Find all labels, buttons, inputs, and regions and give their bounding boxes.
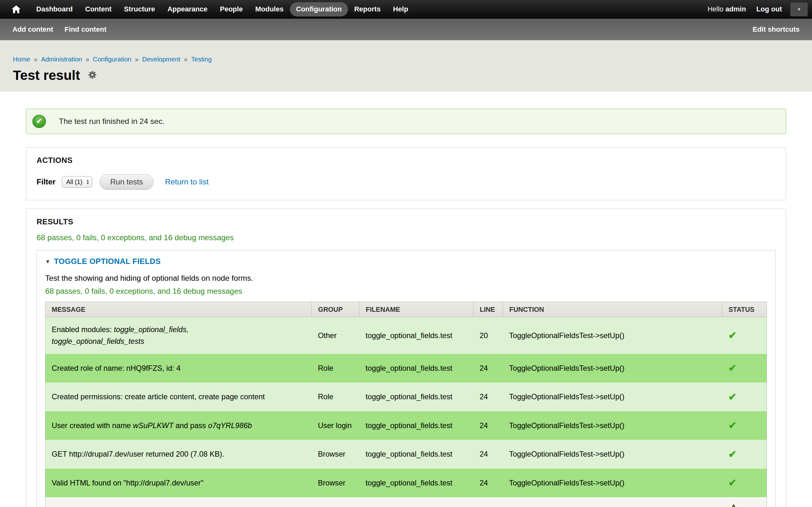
message-text-italic: toggle_optional_fields_tests (52, 337, 144, 345)
toolbar-item-structure[interactable]: Structure (118, 2, 161, 17)
username: admin (725, 5, 746, 13)
group-cell: Browser (312, 440, 359, 469)
breadcrumb-configuration[interactable]: Configuration (93, 56, 131, 63)
function-cell: ToggleOptionalFieldsTest->setUp() (503, 440, 722, 469)
test-description: Test the showing and hiding of optional … (45, 274, 767, 283)
toolbar-user-area: Hello admin Log out (708, 5, 782, 13)
filename-cell: toggle_optional_fields.test (359, 440, 473, 469)
breadcrumb-testing[interactable]: Testing (191, 56, 212, 63)
breadcrumb-development[interactable]: Development (142, 56, 180, 63)
warning-icon: ! (728, 504, 739, 507)
toolbar-item-content[interactable]: Content (79, 2, 118, 17)
status-cell: ! (722, 497, 767, 507)
line-cell: 24 (473, 497, 503, 507)
line-cell: 24 (473, 469, 503, 498)
check-circle-icon: ✔ (32, 115, 46, 128)
message-cell: Valid HTML found on "http://drupal7.dev/… (45, 469, 312, 498)
test-group-summary: 68 passes, 0 fails, 0 exceptions, and 16… (45, 287, 767, 296)
filename-cell: toggle_optional_fields.test (359, 383, 473, 411)
status-text: The test run finished in 24 sec. (59, 117, 164, 126)
edit-shortcuts-link[interactable]: Edit shortcuts (753, 25, 800, 34)
filter-label: Filter (37, 177, 55, 186)
check-icon: ✔ (728, 477, 737, 488)
shortcuts-bar: Add content Find content Edit shortcuts (0, 19, 812, 41)
message-text: and pass (173, 421, 208, 430)
filter-row: Filter All (1) ▲ ▼ Run tests Return to l… (37, 174, 775, 190)
check-icon: ✔ (728, 330, 737, 341)
logout-link[interactable]: Log out (757, 5, 782, 13)
group-cell: Role (312, 354, 359, 383)
greeting-text: Hello (708, 5, 723, 13)
check-icon: ✔ (728, 362, 737, 374)
message-text: Enabled modules: (52, 326, 114, 334)
table-row: Verbose message Debug toggle_optional_fi… (45, 497, 767, 507)
home-icon[interactable] (7, 0, 25, 19)
message-text-italic: o7qYRL986b (208, 421, 252, 430)
table-row: Valid HTML found on "http://drupal7.dev/… (45, 469, 767, 498)
function-cell: ToggleOptionalFieldsTest->setUp() (503, 469, 722, 498)
toolbar-item-appearance[interactable]: Appearance (161, 2, 213, 17)
toolbar-item-dashboard[interactable]: Dashboard (30, 2, 79, 17)
return-to-list-link[interactable]: Return to list (165, 177, 208, 186)
group-cell: User login (312, 411, 359, 440)
status-cell: ✔ (722, 440, 767, 469)
message-cell: Created permissions: create article cont… (45, 383, 312, 411)
status-cell: ✔ (722, 354, 767, 383)
message-cell: User created with name wSuPLKWT and pass… (45, 411, 312, 440)
column-header-group: GROUP (312, 302, 359, 317)
results-heading: RESULTS (37, 217, 775, 226)
line-cell: 24 (473, 383, 503, 411)
check-icon: ✔ (728, 391, 737, 402)
group-cell: Browser (312, 469, 359, 498)
message-text: Created role of name: nHQ9fFZS, id: 4 (52, 364, 181, 372)
toolbar-item-configuration[interactable]: Configuration (290, 2, 348, 17)
filename-cell: toggle_optional_fields.test (359, 411, 473, 440)
gear-icon[interactable] (89, 71, 96, 81)
message-text-italic: wSuPLKWT (133, 421, 173, 430)
shortcut-add-content[interactable]: Add content (12, 25, 53, 34)
message-text: GET http://drupal7.dev/user returned 200… (52, 450, 224, 458)
table-row: GET http://drupal7.dev/user returned 200… (45, 440, 767, 469)
actions-heading: ACTIONS (37, 156, 775, 165)
toolbar-item-reports[interactable]: Reports (348, 2, 387, 17)
breadcrumb-administration[interactable]: Administration (41, 56, 82, 63)
function-cell: ToggleOptionalFieldsTest->setUp() (503, 411, 722, 440)
line-cell: 20 (473, 317, 503, 354)
breadcrumb-separator: » (34, 56, 38, 63)
shortcut-find-content[interactable]: Find content (65, 25, 107, 34)
line-cell: 24 (473, 411, 503, 440)
page-header-band: Home»Administration»Configuration»Develo… (0, 40, 812, 92)
breadcrumb-home[interactable]: Home (13, 56, 30, 63)
toolbar-item-modules[interactable]: Modules (249, 2, 290, 17)
content-area: ✔ The test run finished in 24 sec. ACTIO… (0, 92, 812, 507)
breadcrumb-separator: » (135, 56, 139, 63)
group-cell: Role (312, 383, 359, 411)
run-tests-button[interactable]: Run tests (100, 174, 154, 190)
check-icon: ✔ (728, 420, 737, 431)
check-icon: ✔ (728, 449, 737, 460)
column-header-filename: FILENAME (359, 302, 473, 317)
toolbar-toggle-button[interactable]: ▼ (790, 2, 808, 17)
message-text: User created with name (52, 421, 133, 430)
filename-cell: toggle_optional_fields.test (359, 497, 473, 507)
admin-toolbar: Dashboard Content Structure Appearance P… (0, 0, 812, 19)
table-row: Created permissions: create article cont… (45, 383, 767, 411)
function-cell: ToggleOptionalFieldsTest->setUp() (503, 317, 722, 354)
table-row: User created with name wSuPLKWT and pass… (45, 411, 767, 440)
line-cell: 24 (473, 354, 503, 383)
group-cell: Debug (312, 497, 359, 507)
function-cell: ToggleOptionalFieldsTest->setUp() (503, 497, 722, 507)
filter-select-value: All (1) (66, 178, 83, 186)
results-summary: 68 passes, 0 fails, 0 exceptions, and 16… (37, 233, 775, 242)
chevron-down-icon: ▼ (86, 182, 90, 185)
collapse-arrow-icon: ▼ (45, 259, 50, 264)
select-arrows-icon: ▲ ▼ (86, 179, 90, 185)
toolbar-item-people[interactable]: People (214, 2, 249, 17)
filter-select[interactable]: All (1) ▲ ▼ (62, 176, 92, 187)
column-header-line: LINE (473, 302, 503, 317)
toolbar-item-help[interactable]: Help (387, 2, 415, 17)
filename-cell: toggle_optional_fields.test (359, 354, 473, 383)
fieldset-legend-text: TOGGLE OPTIONAL FIELDS (54, 257, 161, 266)
fieldset-legend[interactable]: ▼ TOGGLE OPTIONAL FIELDS (45, 257, 767, 266)
status-cell: ✔ (722, 383, 767, 411)
